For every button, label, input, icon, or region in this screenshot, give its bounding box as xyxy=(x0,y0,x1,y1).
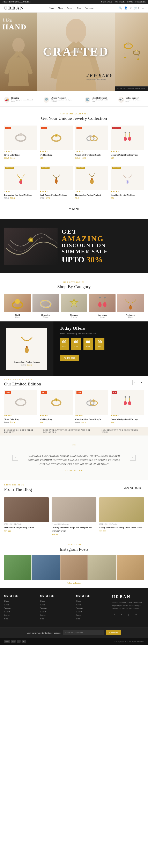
footer-link-blog-2[interactable]: Blog xyxy=(40,618,72,620)
prev-arrow-button[interactable]: ‹ xyxy=(133,380,137,385)
product-card-3[interactable]: SALE ★★★★☆ Couple's Silver Stone Ring Se… xyxy=(75,126,108,159)
footer-link-contact-2[interactable]: Contact xyxy=(40,614,72,616)
limited-badge-3: SALE xyxy=(76,391,82,394)
category-bracelets[interactable]: Bracelets 5 items xyxy=(33,294,59,318)
cart-icon[interactable]: 🛒 0 xyxy=(134,6,139,10)
gold-category-icon xyxy=(9,296,26,311)
limited-name-3[interactable]: Couple's Silver Stone Ring Se xyxy=(75,418,108,421)
category-gold[interactable]: Gold 4 items xyxy=(4,294,31,318)
product-name-5[interactable]: Enchanting Red Pearl Necklace xyxy=(4,194,37,196)
wishlist-icon[interactable]: ♡ xyxy=(130,6,132,10)
limited-name-1[interactable]: Silver Color Ring xyxy=(4,418,37,421)
insta-post-4[interactable] xyxy=(88,555,116,580)
svg-point-63 xyxy=(124,401,126,405)
footer-link-home-3[interactable]: Home xyxy=(76,600,108,602)
footer-link-home-1[interactable]: Home xyxy=(4,600,36,602)
blog-title-3[interactable]: Safety measures are being taken in the s… xyxy=(99,526,144,529)
social-pinterest-footer[interactable]: p xyxy=(126,612,132,617)
limited-product-4[interactable]: TOP ★★★★☆ Ocean's Delight Pearl Earrings… xyxy=(111,390,144,424)
subscribe-link[interactable]: SUBSCRIBE xyxy=(136,1,146,3)
newsletter-subscribe-button[interactable]: Subscribe xyxy=(106,630,121,635)
nav-blog[interactable]: Blog xyxy=(77,7,81,9)
footer-link-services-2[interactable]: Services xyxy=(40,607,72,609)
limited-name-4[interactable]: Ocean's Delight Pearl Earrings xyxy=(111,418,144,421)
category-necklaces[interactable]: Necklaces 4 items xyxy=(117,294,144,318)
social-linkedin-footer[interactable]: in xyxy=(133,612,138,617)
limited-name-2[interactable]: Wedding Ring xyxy=(40,418,73,421)
footer-link-gallery-2[interactable]: Gallery xyxy=(40,611,72,613)
footer-link-contact-3[interactable]: Contact xyxy=(76,614,108,616)
footer-link-blog-3[interactable]: Blog xyxy=(76,618,108,620)
social-facebook-footer[interactable]: f xyxy=(112,612,117,617)
nav-contact[interactable]: Contact us xyxy=(85,7,94,9)
social-instagram[interactable]: INSTAGRAM xyxy=(135,88,145,90)
product-name-6[interactable]: Dark Amber Pendant Necklace xyxy=(40,194,73,196)
testimonial-prev-button[interactable]: ‹ xyxy=(12,455,18,461)
product-badge-6: TRENDING xyxy=(41,167,49,169)
get-card-link[interactable]: GET A CARD xyxy=(101,1,112,3)
insta-post-1[interactable] xyxy=(4,555,32,580)
footer-link-home-2[interactable]: Home xyxy=(40,600,72,602)
blog-card-3[interactable]: 27 May, 2021 | MlsAdmin Safety measures … xyxy=(99,497,144,535)
footer-link-services-1[interactable]: Services xyxy=(4,607,36,609)
testimonial-author[interactable]: SHOP MORE xyxy=(22,469,126,471)
blog-view-all-button[interactable]: VIEW ALL POSTS xyxy=(121,486,144,490)
category-gold-name: Gold xyxy=(4,314,31,316)
store-link[interactable]: STORE xyxy=(127,1,133,3)
blog-card-2[interactable]: 27 May, 2021 | MlsAdmin Chunky oversized… xyxy=(51,497,96,535)
social-twitter-footer[interactable]: t xyxy=(119,612,124,617)
next-arrow-button[interactable]: › xyxy=(139,380,144,385)
category-charms[interactable]: Charms 3 items xyxy=(61,294,87,318)
view-all-button[interactable]: View All xyxy=(64,206,84,212)
product-card-7[interactable]: TRENDING ★★★★☆ Handcrafted Amber Pendant… xyxy=(75,166,108,199)
blog-card-1[interactable]: 27 May, 2021 | MlsAdmin Welcome to the p… xyxy=(4,497,49,535)
product-name-8[interactable]: Sparkling Crystal Necklace xyxy=(111,194,144,196)
product-card-6[interactable]: TRENDING ★★★★☆ Dark Amber Pendant Neckla… xyxy=(40,166,73,199)
product-card-1[interactable]: SALE ★★★★☆ Silver Color Ring $19.0 - $31… xyxy=(4,126,37,159)
instagram-section: INSTAGRAM Instagram Posts #urban_collect… xyxy=(0,539,148,588)
nav-home[interactable]: Home xyxy=(49,7,54,9)
search-icon[interactable]: 🔍 xyxy=(119,6,122,10)
category-bracelets-count: 5 items xyxy=(33,316,59,318)
footer-link-about-2[interactable]: About xyxy=(40,603,72,606)
product-card-4[interactable]: TOP SALE ★★★★☆ Ocean's Delight Pearl Ear… xyxy=(111,126,144,159)
limited-product-1[interactable]: SALE ★★★★☆ Silver Color Ring $19.0 $31.0 xyxy=(4,390,37,424)
account-icon[interactable]: 👤 xyxy=(124,6,127,10)
blog-title-1[interactable]: Welcome to the piercing studio xyxy=(4,526,49,529)
social-facebook[interactable]: FACEBOOK xyxy=(117,88,125,90)
footer-link-services-3[interactable]: Services xyxy=(76,607,108,609)
footer-link-about-3[interactable]: About xyxy=(76,603,108,606)
nav-pages[interactable]: Pages ▾ xyxy=(67,7,74,9)
product-name-4[interactable]: Ocean's Delight Pearl Earrings xyxy=(111,154,144,156)
insta-post-5[interactable] xyxy=(116,555,144,580)
footer-link-about-1[interactable]: About xyxy=(4,603,36,606)
insta-post-2[interactable] xyxy=(32,555,60,580)
testimonial-next-button[interactable]: › xyxy=(130,455,136,461)
nav-about[interactable]: About xyxy=(58,7,64,9)
product-name-1[interactable]: Silver Color Ring xyxy=(4,154,37,156)
product-name-2[interactable]: Wedding Ring xyxy=(40,154,73,156)
product-name-7[interactable]: Handcrafted Amber Pendant xyxy=(75,194,108,196)
product-card-5[interactable]: TRENDING ★★★★☆ Enchanting Red Pearl Neck… xyxy=(4,166,37,199)
limited-product-2[interactable]: SALE ★★★★☆ Wedding Ring $8.0 xyxy=(40,390,73,424)
newsletter-email-input[interactable] xyxy=(63,630,104,635)
blog-title-2[interactable]: Chunky oversized hoops and designed for … xyxy=(51,526,96,532)
product-name-3[interactable]: Couple's Silver Stone Ring Se xyxy=(75,154,108,156)
add-to-cart-button[interactable]: Add to cart xyxy=(60,355,79,361)
footer-link-blog-1[interactable]: Blog xyxy=(4,618,36,620)
insta-post-3[interactable] xyxy=(61,555,88,580)
menu-icon[interactable]: ☰ xyxy=(141,6,144,10)
social-twitter[interactable]: TWITTER xyxy=(127,88,134,90)
earring-category-icon xyxy=(94,296,111,311)
instagram-follow-link[interactable]: #urban_collection xyxy=(4,582,144,584)
limited-product-3[interactable]: SALE ★★★★☆ Couple's Silver Stone Ring Se… xyxy=(75,390,108,424)
footer-logo[interactable]: URBAN xyxy=(112,594,144,599)
footer-link-gallery-3[interactable]: Gallery xyxy=(76,611,108,613)
product-card-8[interactable]: TRENDING ★★★★☆ Sparkling Crystal Necklac… xyxy=(111,166,144,199)
product-card-2[interactable]: SALE ★★★★☆ Wedding Ring $8.0 xyxy=(40,126,73,159)
category-earrings[interactable]: Ear rings 6 items xyxy=(89,294,116,318)
site-logo[interactable]: URBAN xyxy=(4,5,24,11)
footer-link-contact-1[interactable]: Contact xyxy=(4,614,36,616)
footer-link-gallery-1[interactable]: Gallery xyxy=(4,611,36,613)
footer-social-icons: f t p in xyxy=(112,612,144,617)
